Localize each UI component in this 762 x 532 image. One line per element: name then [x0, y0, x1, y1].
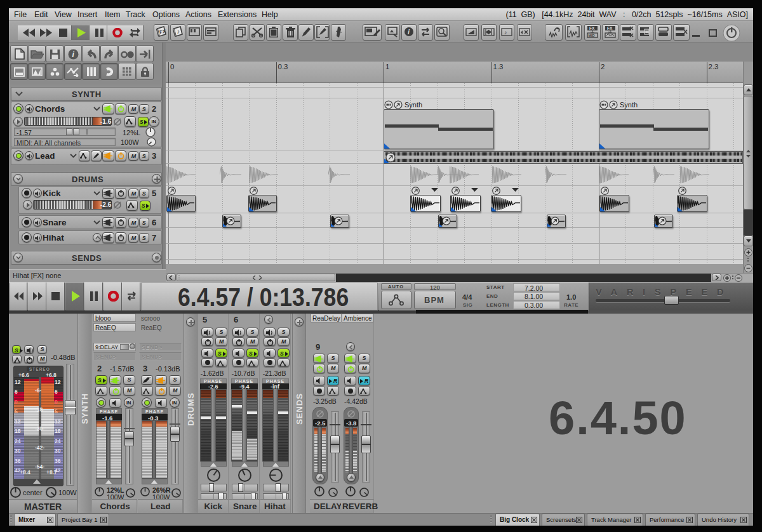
svg-text:MID: MID — [589, 34, 595, 37]
svg-text:♪: ♪ — [504, 29, 507, 36]
svg-text:FX: FX — [607, 26, 613, 30]
svg-text:FX: FX — [589, 26, 595, 30]
